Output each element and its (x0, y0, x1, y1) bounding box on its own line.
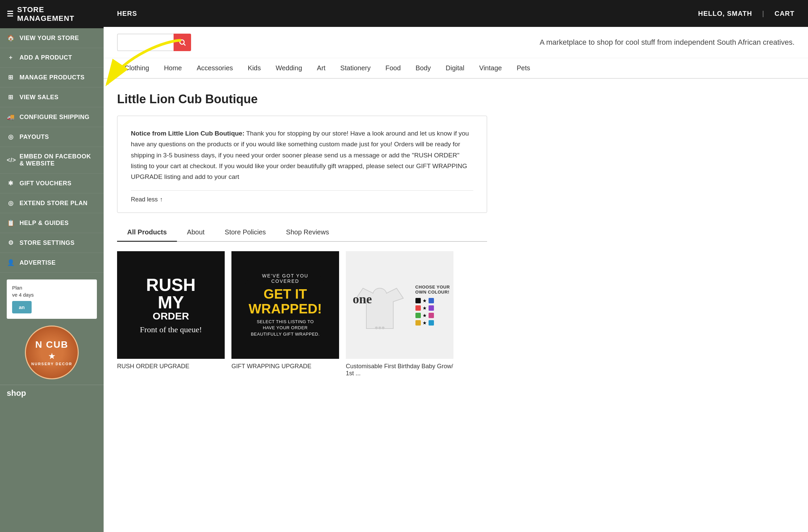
nav-item-kids[interactable]: Kids (240, 58, 269, 78)
onesie-text: one (353, 291, 372, 306)
colour-row-2: ★ (416, 305, 450, 311)
topbar: HERS HELLO, SMATH | CART (104, 0, 808, 27)
sidebar-item-label: MANAGE PRODUCTS (19, 74, 85, 81)
notice-text: Thank you for stopping by our store! Hav… (131, 130, 469, 180)
sidebar-item-label: VIEW SALES (19, 94, 58, 101)
plan-info-box: Plan ve 4 days an (7, 280, 97, 319)
sidebar-item-label: ADD A PRODUCT (19, 54, 72, 61)
read-less-label: Read less (131, 196, 158, 203)
topbar-divider: | (762, 10, 765, 18)
rush-tagline: Front of the queue! (140, 325, 202, 334)
product-card-gift-wrapping[interactable]: WE'VE GOT YOU COVERED GET IT WRAPPED! SE… (232, 251, 339, 377)
sidebar-item-manage-products[interactable]: ⊞ MANAGE PRODUCTS (0, 68, 104, 88)
tabs: All Products About Store Policies Shop R… (117, 224, 487, 242)
colour-picker: CHOOSE YOUROWN COLOUR! ★ ★ (416, 285, 450, 325)
svg-point-3 (375, 326, 378, 329)
tab-all-products[interactable]: All Products (117, 224, 177, 242)
rush-card-content: RUSH MY ORDER Front of the queue! (133, 269, 209, 341)
sidebar-item-payouts[interactable]: ◎ PAYOUTS (0, 127, 104, 147)
sidebar-item-configure-shipping[interactable]: 🚚 CONFIGURE SHIPPING (0, 107, 104, 127)
nav-item-pets[interactable]: Pets (509, 58, 537, 78)
search-bar: A marketplace to shop for cool stuff fro… (104, 27, 808, 58)
colour-blue (428, 298, 434, 303)
svg-line-2 (184, 44, 185, 45)
sidebar-item-view-store[interactable]: 🏠 VIEW YOUR STORE (0, 28, 104, 48)
svg-point-1 (180, 40, 184, 44)
topbar-left: HERS (117, 10, 698, 18)
product-name-baby-grow: Customisable First Birthday Baby Grow/ 1… (346, 363, 454, 377)
nav-item-accessories[interactable]: Accessories (189, 58, 240, 78)
colour-red (416, 305, 421, 311)
sidebar-item-gift-vouchers[interactable]: ✱ GIFT VOUCHERS (0, 173, 104, 193)
sidebar-item-store-settings[interactable]: ⚙ STORE SETTINGS (0, 233, 104, 253)
sidebar-item-label: STORE SETTINGS (19, 240, 75, 247)
sidebar-item-add-product[interactable]: + ADD A PRODUCT (0, 48, 104, 68)
nav-item-body[interactable]: Body (408, 58, 438, 78)
store-logo-area: N CUB ★ NURSERY DECOR (0, 325, 104, 385)
gift-circle: WE'VE GOT YOU COVERED GET IT WRAPPED! SE… (240, 260, 331, 350)
sidebar-item-label: ADVERTISE (19, 259, 56, 266)
nav-item-wedding[interactable]: Wedding (268, 58, 310, 78)
colour-black (416, 298, 421, 303)
grid-icon: ⊞ (7, 74, 15, 81)
nav-item-digital[interactable]: Digital (438, 58, 472, 78)
notice-content: Notice from Little Lion Cub Boutique: Th… (131, 128, 473, 182)
tagline: A marketplace to shop for cool stuff fro… (198, 38, 794, 47)
colour-gold (416, 320, 421, 325)
colour-teal (428, 320, 434, 325)
sidebar-item-help[interactable]: 📋 HELP & GUIDES (0, 213, 104, 233)
plan-label: Plan (12, 285, 92, 290)
nav-item-home[interactable]: Home (157, 58, 189, 78)
search-icon (179, 39, 186, 46)
sidebar-item-view-sales[interactable]: ⊞ VIEW SALES (0, 88, 104, 107)
read-less-button[interactable]: Read less (131, 196, 163, 203)
grid-icon-2: ⊞ (7, 94, 15, 101)
sidebar-title: STORE MANAGEMENT (17, 5, 97, 23)
tab-shop-reviews[interactable]: Shop Reviews (276, 224, 339, 242)
nav-item-food[interactable]: Food (378, 58, 408, 78)
colour-purple (428, 305, 434, 311)
gift-small-text: WE'VE GOT YOU COVERED (250, 273, 320, 284)
gift-description: SELECT THIS LISTING TO HAVE YOUR ORDER B… (250, 319, 320, 337)
product-name-gift-wrapping: GIFT WRAPPING UPGRADE (232, 363, 339, 370)
svg-point-4 (379, 326, 381, 329)
sidebar-item-advertise[interactable]: 👤 ADVERTISE (0, 253, 104, 273)
notice-label: Notice from Little Lion Cub Boutique: (131, 130, 244, 137)
sidebar-item-label: EMBED ON FACEBOOK & WEBSITE (19, 153, 97, 167)
notice-box: Notice from Little Lion Cub Boutique: Th… (117, 116, 487, 213)
home-icon: 🏠 (7, 34, 15, 42)
nav-item-stationery[interactable]: Stationery (333, 58, 378, 78)
welcome-text: shop (0, 385, 104, 401)
nav-item-vintage[interactable]: Vintage (472, 58, 509, 78)
sidebar-item-label: PAYOUTS (19, 133, 49, 140)
cart-link[interactable]: CART (774, 10, 794, 18)
product-card-rush-order[interactable]: RUSH MY ORDER Front of the queue! RUSH O… (117, 251, 225, 377)
svg-point-5 (382, 326, 385, 329)
sidebar-item-extend-plan[interactable]: ◎ EXTEND STORE PLAN (0, 193, 104, 213)
nav-item-art[interactable]: Art (310, 58, 333, 78)
gear-icon: ⚙ (7, 239, 15, 247)
rush-title-1: RUSH (140, 276, 202, 293)
product-image-baby-grow: one CHOOSE YOUROWN COLOUR! ★ (346, 251, 454, 359)
store-logo-circle: N CUB ★ NURSERY DECOR (25, 325, 79, 379)
sidebar-item-embed[interactable]: </> EMBED ON FACEBOOK & WEBSITE (0, 147, 104, 173)
upgrade-button[interactable]: an (12, 301, 32, 314)
store-title: Little Lion Cub Boutique (117, 92, 781, 106)
extend-icon: ◎ (7, 200, 15, 207)
tab-about[interactable]: About (177, 224, 215, 242)
store-page: Little Lion Cub Boutique Notice from Lit… (104, 79, 808, 532)
star-3: ★ (422, 313, 427, 318)
product-card-baby-grow[interactable]: one CHOOSE YOUROWN COLOUR! ★ (346, 251, 454, 377)
sidebar-item-label: GIFT VOUCHERS (19, 180, 72, 187)
star-4: ★ (422, 320, 427, 325)
onesie-container: one (349, 271, 410, 339)
plan-days: ve 4 days (12, 292, 92, 298)
sidebar: ☰ STORE MANAGEMENT 🏠 VIEW YOUR STORE + A… (0, 0, 104, 532)
colour-row-4: ★ (416, 320, 450, 325)
tab-store-policies[interactable]: Store Policies (215, 224, 276, 242)
nav-item-clothing[interactable]: Clothing (117, 58, 157, 78)
voucher-icon: ✱ (7, 179, 15, 187)
search-button[interactable] (173, 34, 191, 51)
product-grid: RUSH MY ORDER Front of the queue! RUSH O… (117, 251, 781, 377)
notice-divider (131, 190, 473, 191)
